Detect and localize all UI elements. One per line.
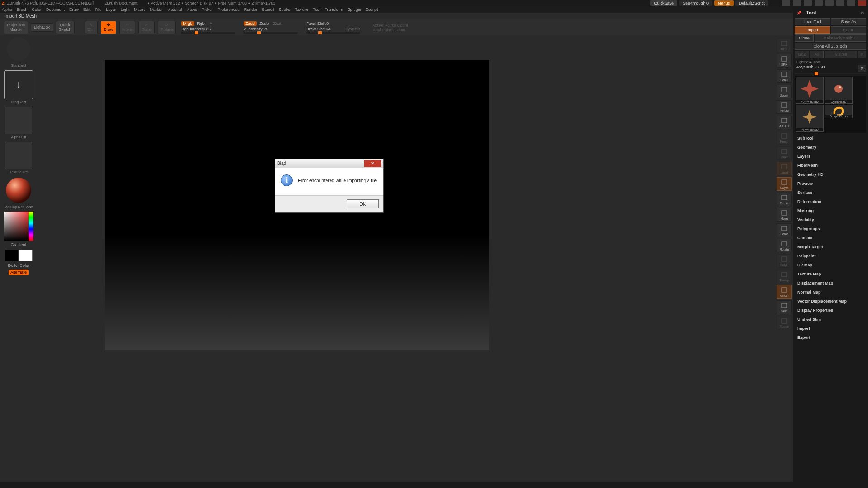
menu-stencil[interactable]: Stencil xyxy=(262,7,274,12)
menu-alpha[interactable]: Alpha xyxy=(2,7,12,12)
section-import[interactable]: Import xyxy=(797,325,866,332)
alpha-thumb[interactable] xyxy=(5,107,32,134)
rail-ghost[interactable]: Ghost xyxy=(777,285,792,299)
dialog-close-button[interactable]: ✕ xyxy=(364,160,381,167)
winbtn-4[interactable] xyxy=(815,0,823,6)
rail-xpose[interactable]: Xpose xyxy=(777,316,792,329)
rail-scale[interactable]: Scale xyxy=(777,223,792,237)
section-masking[interactable]: Masking xyxy=(797,207,866,214)
tool-thumb-1[interactable]: Cylinder3D xyxy=(825,77,853,104)
section-polypaint[interactable]: Polypaint xyxy=(797,252,866,260)
menu-zplugin[interactable]: Zplugin xyxy=(348,7,361,12)
rail-actual[interactable]: Actual xyxy=(777,100,792,114)
menu-picker[interactable]: Picker xyxy=(201,7,213,12)
menu-file[interactable]: File xyxy=(95,7,102,12)
zsub-toggle[interactable]: Zsub xyxy=(259,21,269,26)
menu-stroke[interactable]: Stroke xyxy=(278,7,290,12)
makepoly-button[interactable]: Make PolyMesh3D xyxy=(815,34,866,42)
menu-edit[interactable]: Edit xyxy=(83,7,91,12)
section-layers[interactable]: Layers xyxy=(797,153,866,160)
winbtn-1[interactable] xyxy=(782,0,790,6)
menu-color[interactable]: Color xyxy=(32,7,42,12)
menu-light[interactable]: Light xyxy=(121,7,130,12)
section-uv-map[interactable]: UV Map xyxy=(797,261,866,269)
section-subtool[interactable]: SubTool xyxy=(797,135,866,142)
rail-zoom[interactable]: Zoom xyxy=(777,85,792,98)
menu-preferences[interactable]: Preferences xyxy=(217,7,240,12)
rgb-intensity-label[interactable]: Rgb Intensity 25 xyxy=(181,27,235,31)
rail-rotate[interactable]: Rotate xyxy=(777,239,792,252)
rail-local[interactable]: Local xyxy=(777,162,792,175)
quicksave-button[interactable]: QuickSave xyxy=(650,0,677,6)
swatch-white[interactable] xyxy=(19,250,33,261)
menu-layer[interactable]: Layer xyxy=(106,7,116,12)
rail-spix[interactable]: SPix xyxy=(777,54,792,68)
z-intensity-label[interactable]: Z Intensity 25 xyxy=(244,27,298,31)
section-texture-map[interactable]: Texture Map xyxy=(797,271,866,278)
menu-render[interactable]: Render xyxy=(244,7,258,12)
menu-document[interactable]: Document xyxy=(46,7,65,12)
section-visibility[interactable]: Visibility xyxy=(797,216,866,223)
section-geometry-hd[interactable]: Geometry HD xyxy=(797,171,866,178)
winbtn-min[interactable] xyxy=(836,0,844,6)
section-geometry[interactable]: Geometry xyxy=(797,144,866,151)
m-toggle[interactable]: M xyxy=(209,21,213,26)
texture-thumb[interactable] xyxy=(5,142,32,169)
swatch-black[interactable] xyxy=(5,250,18,261)
section-displacement-map[interactable]: Displacement Map xyxy=(797,280,866,287)
rail-scroll[interactable]: Scroll xyxy=(777,69,792,83)
dialog-ok-button[interactable]: OK xyxy=(347,199,379,208)
rail-aahalf[interactable]: AAHalf xyxy=(777,116,792,129)
menu-transform[interactable]: Transform xyxy=(325,7,343,12)
panel-pin-icon[interactable]: 📌 xyxy=(796,11,801,15)
goz-all-button[interactable]: All xyxy=(810,51,824,58)
tool-thumb-2[interactable]: PolyMesh3D xyxy=(796,105,824,132)
dialog-titlebar[interactable]: Błąd ✕ xyxy=(275,159,383,168)
winbtn-5[interactable] xyxy=(825,0,834,6)
rail-move[interactable]: Move xyxy=(777,208,792,222)
section-deformation[interactable]: Deformation xyxy=(797,198,866,205)
menu-brush[interactable]: Brush xyxy=(17,7,28,12)
winbtn-close[interactable] xyxy=(858,0,866,6)
current-tool-r[interactable]: R xyxy=(858,65,866,72)
zadd-toggle[interactable]: Zadd xyxy=(244,21,257,26)
menu-material[interactable]: Material xyxy=(167,7,182,12)
section-vector-displacement-map[interactable]: Vector Displacement Map xyxy=(797,298,866,305)
load-tool-button[interactable]: Load Tool xyxy=(795,18,830,25)
clone-button[interactable]: Clone xyxy=(795,34,814,42)
rail-floor[interactable]: Floor xyxy=(777,146,792,160)
tool-thumb-3[interactable]: SimpleBrush xyxy=(825,105,853,118)
export-button[interactable]: Export xyxy=(831,26,866,34)
section-polygroups[interactable]: Polygroups xyxy=(797,225,866,232)
section-fibermesh[interactable]: FiberMesh xyxy=(797,162,866,169)
import-button[interactable]: Import xyxy=(795,26,830,34)
goz-visible-button[interactable]: Visible xyxy=(825,51,857,58)
rgb-toggle[interactable]: Rgb xyxy=(197,21,205,26)
mode-draw[interactable]: ✥Draw xyxy=(101,21,116,34)
panel-cycle-icon[interactable]: ↻ xyxy=(861,11,864,15)
rail-lsym[interactable]: LSym xyxy=(777,177,792,191)
section-contact[interactable]: Contact xyxy=(797,234,866,242)
save-as-button[interactable]: Save As xyxy=(831,18,866,25)
brush-thumb[interactable] xyxy=(7,37,30,61)
section-display-properties[interactable]: Display Properties xyxy=(797,307,866,314)
section-morph-target[interactable]: Morph Target xyxy=(797,243,866,251)
menu-macro[interactable]: Macro xyxy=(134,7,145,12)
goz-button[interactable]: GoZ xyxy=(795,51,809,58)
projection-master-button[interactable]: Projection Master xyxy=(4,21,28,34)
section-preview[interactable]: Preview xyxy=(797,180,866,187)
menus-toggle[interactable]: Menus xyxy=(714,0,734,6)
section-normal-map[interactable]: Normal Map xyxy=(797,289,866,296)
rail-transp[interactable]: Transp xyxy=(777,270,792,283)
zcut-toggle[interactable]: Zcut xyxy=(273,21,282,26)
tool-thumb-0[interactable]: PolyMesh3D xyxy=(796,77,824,104)
rail-persp[interactable]: Persp xyxy=(777,131,792,145)
rail-solo[interactable]: Solo xyxy=(777,300,792,314)
menu-texture[interactable]: Texture xyxy=(295,7,308,12)
menu-tool[interactable]: Tool xyxy=(313,7,321,12)
mode-scale[interactable]: ⤢Scale xyxy=(138,21,155,34)
rgb-intensity-slider[interactable] xyxy=(181,32,235,34)
winbtn-max[interactable] xyxy=(847,0,855,6)
lightbox-tools-label[interactable]: Lightbox▸Tools xyxy=(796,60,866,64)
quicksketch-button[interactable]: Quick Sketch xyxy=(56,21,75,34)
